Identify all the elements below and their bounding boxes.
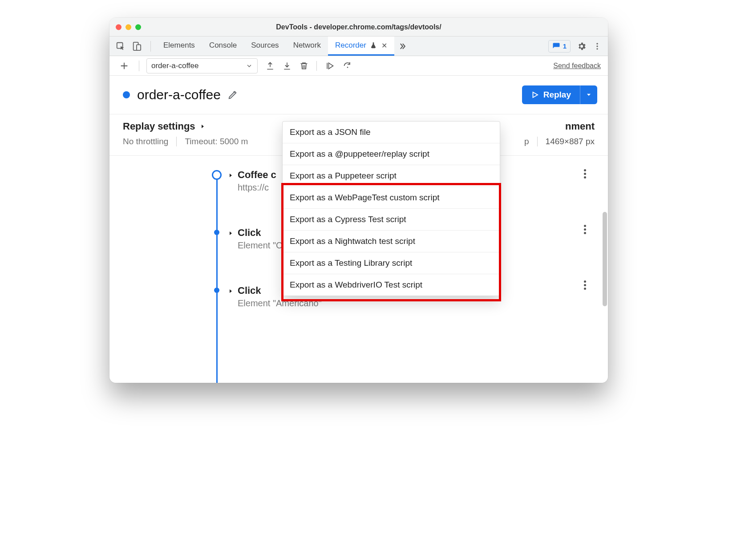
recording-status-dot-icon xyxy=(123,91,130,98)
svg-point-6 xyxy=(347,67,348,68)
export-option[interactable]: Export as a Testing Library script xyxy=(283,252,500,274)
issues-count: 1 xyxy=(563,42,567,50)
replay-button-label: Replay xyxy=(543,90,571,100)
separator xyxy=(150,41,151,52)
export-dropdown: Export as a JSON file Export as a @puppe… xyxy=(282,121,500,296)
throttling-value[interactable]: No throttling xyxy=(123,137,168,146)
window-titlebar: DevTools - developer.chrome.com/tags/dev… xyxy=(109,18,608,37)
fullscreen-window-button[interactable] xyxy=(135,24,141,30)
step-menu-icon[interactable] xyxy=(579,280,590,290)
tab-recorder[interactable]: Recorder ✕ xyxy=(328,37,394,56)
devtools-window: DevTools - developer.chrome.com/tags/dev… xyxy=(109,18,608,383)
svg-rect-2 xyxy=(137,45,141,50)
replay-settings-label: Replay settings xyxy=(123,121,195,132)
recorder-main: order-a-coffee Replay xyxy=(109,76,608,383)
step-menu-icon[interactable] xyxy=(579,225,590,234)
export-option[interactable]: Export as a Cypress Test script xyxy=(283,209,500,231)
tab-label: Network xyxy=(293,41,321,50)
chevron-right-icon xyxy=(228,230,233,238)
device-toolbar-icon[interactable] xyxy=(132,41,142,51)
export-option[interactable]: Export as a @puppeteer/replay script xyxy=(283,143,500,165)
tab-label: Elements xyxy=(163,41,195,50)
step-subtitle: Element "Americano" xyxy=(238,298,595,308)
step-over-icon[interactable] xyxy=(343,61,352,70)
separator xyxy=(537,137,538,146)
tab-label: Console xyxy=(209,41,237,50)
step-through-icon[interactable] xyxy=(325,61,335,70)
recording-title: order-a-coffee xyxy=(137,87,221,102)
delete-icon[interactable] xyxy=(300,61,308,70)
devtools-tabstrip: Elements Console Sources Network Recorde… xyxy=(109,37,608,56)
separator xyxy=(176,137,177,146)
tab-console[interactable]: Console xyxy=(202,37,244,56)
recording-selector[interactable]: order-a-coffee xyxy=(146,58,258,73)
svg-point-4 xyxy=(596,45,598,47)
export-option[interactable]: Export as a WebPageTest custom script xyxy=(283,187,500,209)
more-tabs-icon[interactable] xyxy=(394,37,410,56)
inspect-element-icon[interactable] xyxy=(116,41,126,51)
replay-settings-toggle[interactable]: Replay settings xyxy=(123,121,205,132)
recording-header: order-a-coffee Replay xyxy=(109,76,608,114)
tab-elements[interactable]: Elements xyxy=(156,37,202,56)
send-feedback-link[interactable]: Send feedback xyxy=(553,62,601,70)
scrollbar-thumb[interactable] xyxy=(603,212,607,306)
viewport-value: 1469×887 px xyxy=(546,137,595,146)
edit-title-icon[interactable] xyxy=(228,90,238,100)
scrollbar[interactable] xyxy=(603,212,607,380)
separator xyxy=(139,61,139,71)
chevron-right-icon xyxy=(228,172,233,180)
traffic-lights xyxy=(116,24,141,30)
tab-label: Recorder xyxy=(335,41,366,50)
recorder-toolbar: order-a-coffee Send feedback xyxy=(109,56,608,76)
chevron-down-icon xyxy=(246,62,253,69)
step-menu-icon[interactable] xyxy=(579,169,590,179)
export-option[interactable]: Export as a Puppeteer script xyxy=(283,165,500,187)
export-option[interactable]: Export as a JSON file xyxy=(283,122,500,143)
tab-label: Sources xyxy=(251,41,279,50)
separator xyxy=(316,61,317,71)
replay-options-button[interactable] xyxy=(580,85,597,104)
import-icon[interactable] xyxy=(283,61,291,70)
flask-icon xyxy=(370,42,377,49)
timeline-node-icon xyxy=(214,288,219,293)
close-tab-icon[interactable]: ✕ xyxy=(381,41,387,50)
export-icon[interactable] xyxy=(266,61,275,70)
svg-point-3 xyxy=(596,43,598,44)
minimize-window-button[interactable] xyxy=(126,24,131,30)
close-window-button[interactable] xyxy=(116,24,121,30)
window-title: DevTools - developer.chrome.com/tags/dev… xyxy=(116,23,602,31)
export-option[interactable]: Export as a Nightwatch test script xyxy=(283,231,500,252)
tab-sources[interactable]: Sources xyxy=(244,37,286,56)
new-recording-icon[interactable] xyxy=(117,61,132,71)
chevron-right-icon xyxy=(200,124,205,129)
svg-point-5 xyxy=(596,48,598,49)
replay-button[interactable]: Replay xyxy=(522,85,580,104)
environment-title-fragment: nment xyxy=(565,121,595,132)
chevron-right-icon xyxy=(228,288,233,296)
issues-badge[interactable]: 1 xyxy=(548,40,571,53)
settings-gear-icon[interactable] xyxy=(577,41,587,51)
export-option[interactable]: Export as a WebdriverIO Test script xyxy=(283,274,500,296)
timeline-node-icon xyxy=(212,170,222,180)
replay-button-group: Replay xyxy=(522,85,597,104)
recording-select-value: order-a-coffee xyxy=(151,61,198,70)
tab-network[interactable]: Network xyxy=(286,37,328,56)
kebab-menu-icon[interactable] xyxy=(593,42,602,51)
timeline-node-icon xyxy=(214,230,219,235)
timeout-value[interactable]: Timeout: 5000 m xyxy=(185,137,248,146)
